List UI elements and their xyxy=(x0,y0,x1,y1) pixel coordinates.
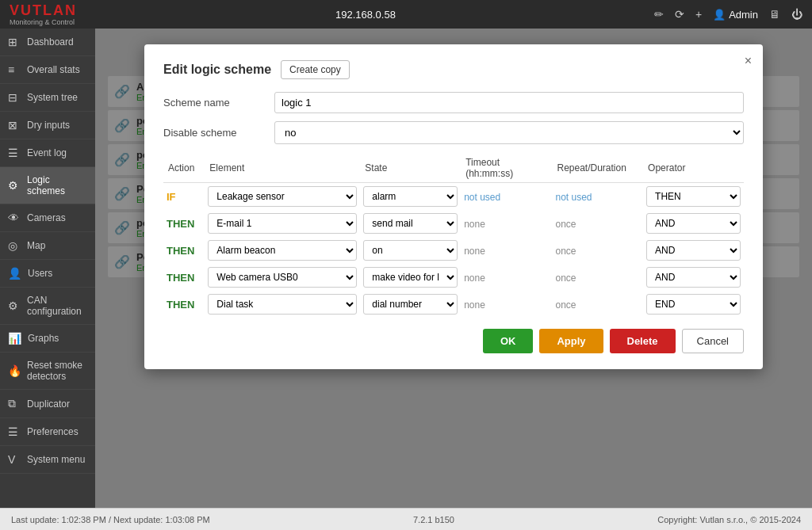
logic-table: Action Element State Timeout (hh:mm:ss) … xyxy=(163,154,744,318)
system-menu-icon: V xyxy=(8,453,21,466)
timeout-value-0: not used xyxy=(464,192,500,203)
operator-select-2[interactable]: AND xyxy=(646,240,741,261)
sidebar-item-overall-stats[interactable]: ≡ Overall stats xyxy=(0,56,95,84)
sidebar-label-system-menu: System menu xyxy=(27,454,85,465)
state-cell[interactable]: alarm xyxy=(360,183,461,211)
sidebar-item-graphs[interactable]: 📊 Graphs xyxy=(0,325,95,353)
state-select-4[interactable]: dial number xyxy=(363,294,458,315)
state-select-2[interactable]: on xyxy=(363,240,458,261)
scheme-name-label: Scheme name xyxy=(163,97,274,109)
state-select-3[interactable]: make video for log xyxy=(363,267,458,288)
dry-inputs-icon: ⊠ xyxy=(8,119,21,132)
logo: VUTLAN Monitoring & Control xyxy=(10,2,77,26)
add-icon[interactable]: + xyxy=(695,8,702,21)
version-text: 7.2.1 b150 xyxy=(413,515,454,524)
sidebar-item-system-tree[interactable]: ⊟ System tree xyxy=(0,84,95,112)
reset-smoke-icon: 🔥 xyxy=(8,364,21,377)
element-cell[interactable]: Dial task xyxy=(205,291,360,318)
operator-select-1[interactable]: AND xyxy=(646,213,741,234)
operator-select-3[interactable]: AND xyxy=(646,267,741,288)
sidebar-label-logic-schemes: Logic schemes xyxy=(27,174,87,196)
th-state: State xyxy=(360,154,461,183)
element-select-3[interactable]: Web camera USB0 xyxy=(208,267,357,288)
operator-cell[interactable]: AND xyxy=(643,237,744,264)
action-if-label: IF xyxy=(167,191,176,203)
admin-button[interactable]: 👤 Admin xyxy=(713,9,758,21)
state-select-0[interactable]: alarm xyxy=(363,186,458,207)
sidebar-item-logic-schemes[interactable]: ⚙ Logic schemes xyxy=(0,167,95,204)
sidebar-label-overall-stats: Overall stats xyxy=(27,64,80,75)
state-cell[interactable]: on xyxy=(360,237,461,264)
sidebar-item-preferences[interactable]: ☰ Preferences xyxy=(0,418,95,446)
timeout-value-4: none xyxy=(464,299,485,311)
cancel-button[interactable]: Cancel xyxy=(682,329,744,353)
element-cell[interactable]: E-mail 1 xyxy=(205,210,360,237)
refresh-icon[interactable]: ⟳ xyxy=(675,8,684,21)
logout-icon[interactable]: ⏻ xyxy=(791,8,802,21)
repeat-value-0: not used xyxy=(555,192,592,203)
timeout-value-3: none xyxy=(464,273,485,284)
create-copy-button[interactable]: Create copy xyxy=(281,60,350,79)
scheme-name-input[interactable] xyxy=(274,92,744,113)
element-select-4[interactable]: Dial task xyxy=(208,294,357,315)
repeat-cell: once xyxy=(552,264,643,291)
logic-schemes-icon: ⚙ xyxy=(8,179,21,192)
timeout-cell: not used xyxy=(461,183,552,211)
element-cell[interactable]: Alarm beacon xyxy=(205,237,360,264)
logo-vutlan-text: VUTLAN xyxy=(10,2,77,18)
element-select-1[interactable]: E-mail 1 xyxy=(208,213,357,234)
system-tree-icon: ⊟ xyxy=(8,91,21,104)
operator-cell[interactable]: THEN xyxy=(643,183,744,211)
dashboard-icon: ⊞ xyxy=(8,36,21,48)
operator-select-4[interactable]: END xyxy=(646,294,741,315)
operator-select-0[interactable]: THEN xyxy=(646,186,741,207)
operator-cell[interactable]: END xyxy=(643,291,744,318)
sidebar-item-can-config[interactable]: ⚙ CAN configuration xyxy=(0,288,95,325)
monitor-icon[interactable]: 🖥 xyxy=(769,8,780,21)
element-cell[interactable]: Leakage sensor xyxy=(205,183,360,211)
sidebar-label-preferences: Preferences xyxy=(27,426,79,437)
th-operator: Operator xyxy=(643,154,744,183)
element-cell[interactable]: Web camera USB0 xyxy=(205,264,360,291)
sidebar-item-duplicator[interactable]: ⧉ Duplicator xyxy=(0,390,95,418)
sidebar-label-map: Map xyxy=(27,240,45,251)
sidebar-label-dry-inputs: Dry inputs xyxy=(27,120,70,131)
state-select-1[interactable]: send mail xyxy=(363,213,458,234)
operator-cell[interactable]: AND xyxy=(643,210,744,237)
sidebar-item-system-menu[interactable]: V System menu xyxy=(0,446,95,474)
delete-button[interactable]: Delete xyxy=(610,329,676,353)
repeat-value-3: once xyxy=(555,273,576,284)
element-select-2[interactable]: Alarm beacon xyxy=(208,240,357,261)
operator-cell[interactable]: AND xyxy=(643,264,744,291)
edit-icon[interactable]: ✏ xyxy=(654,8,664,21)
modal-footer: OK Apply Delete Cancel xyxy=(163,329,744,353)
action-then-label: THEN xyxy=(167,299,194,311)
ok-button[interactable]: OK xyxy=(483,329,534,353)
map-icon: ◎ xyxy=(8,239,21,252)
state-cell[interactable]: send mail xyxy=(360,210,461,237)
action-cell: THEN xyxy=(163,264,205,291)
modal-close-button[interactable]: × xyxy=(745,54,752,68)
topbar: VUTLAN Monitoring & Control 192.168.0.58… xyxy=(0,0,812,29)
sidebar-item-dashboard[interactable]: ⊞ Dashboard xyxy=(0,29,95,56)
state-cell[interactable]: make video for log xyxy=(360,264,461,291)
disable-scheme-select[interactable]: no yes xyxy=(274,121,744,144)
statusbar: Last update: 1:02:38 PM / Next update: 1… xyxy=(0,508,812,530)
logo-sub-text: Monitoring & Control xyxy=(10,19,77,26)
sidebar-item-cameras[interactable]: 👁 Cameras xyxy=(0,204,95,232)
topbar-right: ✏ ⟳ + 👤 Admin 🖥 ⏻ xyxy=(654,8,802,21)
apply-button[interactable]: Apply xyxy=(539,329,603,353)
sidebar-item-map[interactable]: ◎ Map xyxy=(0,232,95,260)
can-config-icon: ⚙ xyxy=(8,299,21,312)
timeout-value-1: none xyxy=(464,219,485,230)
sidebar-item-event-log[interactable]: ☰ Event log xyxy=(0,139,95,167)
sidebar-item-dry-inputs[interactable]: ⊠ Dry inputs xyxy=(0,112,95,139)
graphs-icon: 📊 xyxy=(8,332,21,345)
sidebar-label-duplicator: Duplicator xyxy=(27,398,70,410)
sidebar-item-users[interactable]: 👤 Users xyxy=(0,260,95,288)
table-row: THEN Web camera USB0 make video for log xyxy=(163,264,744,291)
element-select-0[interactable]: Leakage sensor xyxy=(208,186,357,207)
sidebar-item-reset-smoke[interactable]: 🔥 Reset smoke detectors xyxy=(0,353,95,390)
modal-title: Edit logic scheme xyxy=(163,63,271,77)
state-cell[interactable]: dial number xyxy=(360,291,461,318)
